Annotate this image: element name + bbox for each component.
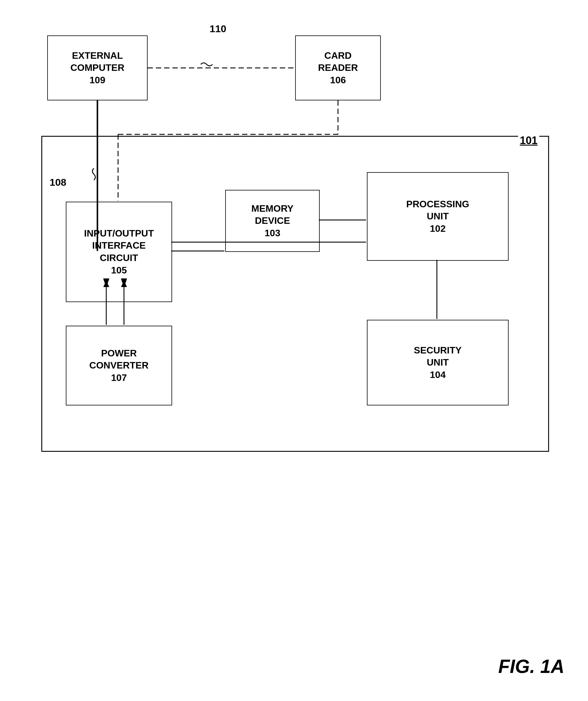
external-computer-ref: 109 <box>89 74 105 86</box>
main-box-label: 101 <box>518 134 539 147</box>
power-ref: 107 <box>111 372 126 384</box>
security-label: SECURITYUNIT <box>414 344 462 369</box>
box-io-interface: INPUT/OUTPUTINTERFACECIRCUIT 105 <box>66 202 172 302</box>
external-computer-label: EXTERNALCOMPUTER <box>70 50 124 74</box>
fig-label: FIG. 1A <box>498 656 564 677</box>
box-card-reader: CARDREADER 106 <box>295 35 381 100</box>
memory-ref: 103 <box>265 227 280 239</box>
memory-label: MEMORYDEVICE <box>252 203 294 227</box>
card-reader-ref: 106 <box>330 74 346 86</box>
box-power: POWERCONVERTER 107 <box>66 326 172 406</box>
io-interface-label: INPUT/OUTPUTINTERFACECIRCUIT <box>84 227 154 264</box>
main-system-box: 101 INPUT/OUTPUTINTERFACECIRCUIT 105 MEM… <box>41 136 549 452</box>
box-memory: MEMORYDEVICE 103 <box>225 190 320 252</box>
squiggle-110 <box>201 63 213 66</box>
security-ref: 104 <box>430 369 446 381</box>
power-label: POWERCONVERTER <box>89 347 149 372</box>
ref-label-110: 110 <box>210 23 226 34</box>
card-reader-label: CARDREADER <box>318 50 358 74</box>
box-processing: PROCESSINGUNIT 102 <box>367 172 509 261</box>
processing-label: PROCESSINGUNIT <box>406 198 469 223</box>
io-interface-ref: 105 <box>111 264 126 277</box>
diagram-area: 110 108 EXTERNALCOMPUTER 109 CARDREADER … <box>24 18 567 579</box>
processing-ref: 102 <box>430 223 446 235</box>
box-security: SECURITYUNIT 104 <box>367 320 509 406</box>
box-external-computer: EXTERNALCOMPUTER 109 <box>47 35 148 100</box>
